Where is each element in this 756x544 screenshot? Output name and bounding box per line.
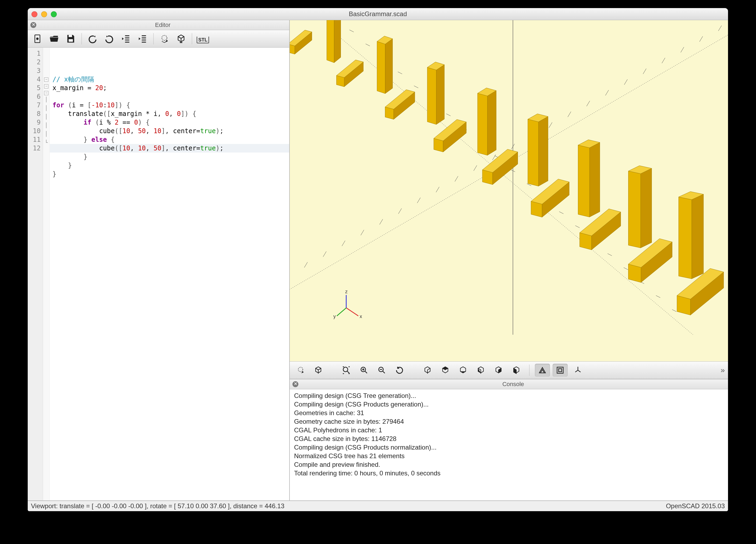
editor-title: Editor [36,22,289,29]
svg-line-36 [398,72,402,74]
preview-button[interactable] [157,32,172,45]
window-controls [31,11,57,17]
svg-line-27 [643,69,646,74]
svg-line-34 [366,44,370,46]
view-top-button[interactable] [438,364,453,377]
svg-line-37 [414,86,418,88]
svg-line-25 [605,90,609,96]
svg-line-50 [624,267,628,270]
viewport-pane: x y z [290,20,728,500]
svg-line-46 [559,212,563,214]
svg-marker-90 [538,116,548,186]
svg-marker-97 [578,145,590,217]
svg-marker-78 [436,65,444,124]
minimize-window-button[interactable] [41,11,47,17]
svg-point-1 [37,38,38,40]
svg-line-26 [624,79,627,85]
svg-line-54 [346,308,358,316]
svg-line-11 [342,241,345,246]
svg-marker-73 [377,41,385,94]
zoom-in-button[interactable] [356,364,372,377]
svg-line-29 [681,47,684,52]
svg-line-12 [361,230,364,235]
console-title: Console [298,381,728,388]
app-window: { "window": { "title": "BasicGrammar.sca… [28,8,728,511]
svg-marker-85 [478,93,487,156]
titlebar: BasicGrammar.scad [28,8,728,20]
zoom-out-button[interactable] [374,364,389,377]
svg-rect-122 [559,369,561,372]
maximize-window-button[interactable] [51,11,57,17]
svg-line-49 [607,253,612,256]
view-left-button[interactable] [473,364,488,377]
svg-line-33 [349,30,354,32]
svg-line-28 [662,58,665,63]
view-front-button[interactable] [491,364,506,377]
console-header: ✕ Console [290,379,728,389]
view-bottom-button[interactable] [455,364,471,377]
svg-point-118 [343,367,348,372]
svg-text:y: y [333,314,336,319]
svg-rect-2 [69,35,72,37]
indent-button[interactable] [135,32,150,45]
line-number-gutter: 123456789101112 [28,48,43,500]
svg-line-39 [446,114,451,116]
console-output[interactable]: Compiling design (CSG Tree generation)..… [290,389,728,500]
redo-button[interactable] [102,32,117,45]
render-button-2[interactable] [311,364,326,377]
svg-line-24 [587,101,590,106]
svg-line-30 [700,36,703,42]
unindent-button[interactable] [118,32,133,45]
svg-rect-3 [69,39,73,42]
status-bar: Viewport: translate = [ -0.00 -0.00 -0.0… [28,500,728,511]
stl-label: STL [197,37,209,43]
preview-button-2[interactable] [293,364,308,377]
svg-line-14 [398,209,402,214]
orthographic-button[interactable] [553,364,568,377]
view-back-button[interactable] [509,364,524,377]
svg-rect-121 [557,367,563,373]
svg-line-13 [380,219,383,225]
svg-marker-79 [427,67,436,124]
svg-line-18 [474,165,477,171]
svg-line-15 [417,198,421,203]
code-lines[interactable]: // x軸の間隔x_margin = 20; for (i = [-10:10]… [50,48,289,500]
editor-close-button[interactable]: ✕ [30,22,36,28]
code-editor[interactable]: 123456789101112 −−−│││││└ // x軸の間隔x_marg… [28,48,289,500]
close-window-button[interactable] [31,11,37,17]
svg-marker-67 [327,20,334,63]
svg-line-17 [455,176,458,182]
window-title: BasicGrammar.scad [28,10,728,18]
svg-marker-102 [641,168,652,248]
svg-marker-72 [385,39,393,94]
svg-marker-84 [487,91,496,156]
editor-toolbar: STL [28,30,289,48]
svg-text:z: z [345,289,348,294]
svg-line-31 [718,26,722,31]
svg-marker-103 [628,171,641,248]
perspective-button[interactable] [535,364,550,377]
editor-pane: ✕ Editor STL 123456789101112 [28,20,290,500]
svg-line-55 [337,308,346,316]
content-area: ✕ Editor STL 123456789101112 [28,20,728,500]
render-button[interactable] [174,32,189,45]
zoom-fit-button[interactable] [339,364,354,377]
new-file-button[interactable] [30,32,45,45]
reset-view-button[interactable] [392,364,407,377]
console-pane: ✕ Console Compiling design (CSG Tree gen… [290,379,728,500]
open-file-button[interactable] [47,32,62,45]
console-close-button[interactable]: ✕ [292,381,298,387]
save-file-button[interactable] [63,32,78,45]
viewport-toolbar: » [290,362,728,379]
undo-button[interactable] [85,32,100,45]
svg-marker-108 [692,194,704,279]
toolbar-overflow-button[interactable]: » [720,366,725,375]
svg-text:x: x [360,314,362,319]
3d-viewport[interactable]: x y z [290,20,728,362]
svg-line-53 [672,309,676,312]
view-right-button[interactable] [420,364,435,377]
show-axes-button[interactable] [570,364,585,377]
export-stl-button[interactable]: STL [195,32,210,45]
svg-line-9 [304,262,308,267]
fold-column[interactable]: −−−│││││└ [43,48,50,500]
